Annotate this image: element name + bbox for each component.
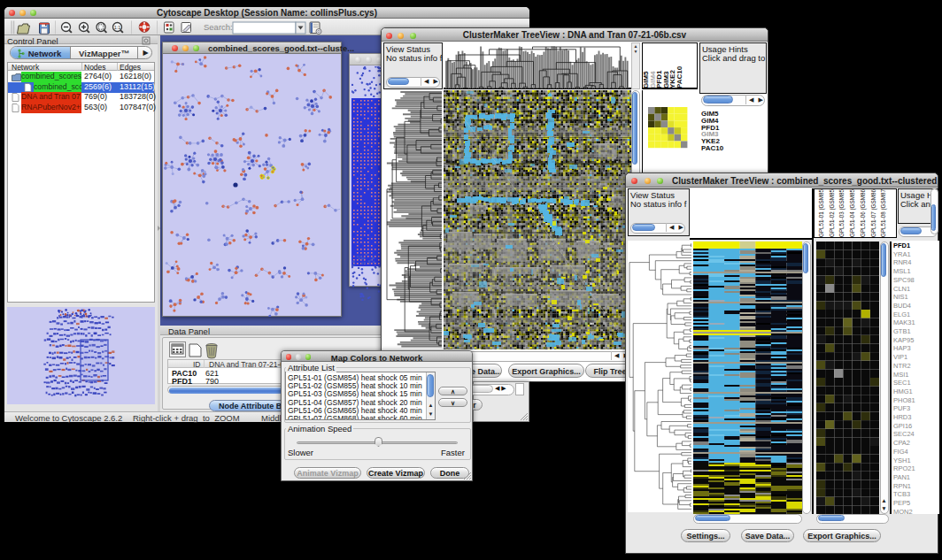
svg-text:GPL51-01 (GSM854): GPL51-01 (GSM854) xyxy=(818,189,825,237)
svg-text:GPL51-02 (GSM855): GPL51-02 (GSM855) xyxy=(829,189,836,237)
svg-text:PAC10: PAC10 xyxy=(676,65,683,88)
svg-text:1:1: 1:1 xyxy=(114,25,121,30)
svg-text:GPL51-07 (GSM868): GPL51-07 (GSM868) xyxy=(870,189,877,237)
svg-text:GPL51-04 (GSM857): GPL51-04 (GSM857) xyxy=(849,189,856,237)
svg-text:GPL51-08 (GSM872): GPL51-08 (GSM872) xyxy=(880,189,887,237)
svg-text:GPL51-06 (GSM865): GPL51-06 (GSM865) xyxy=(860,189,867,237)
svg-text:GPL51-03 (GSM856): GPL51-03 (GSM856) xyxy=(838,189,845,237)
svg-text:Search:: Search: xyxy=(204,22,233,32)
